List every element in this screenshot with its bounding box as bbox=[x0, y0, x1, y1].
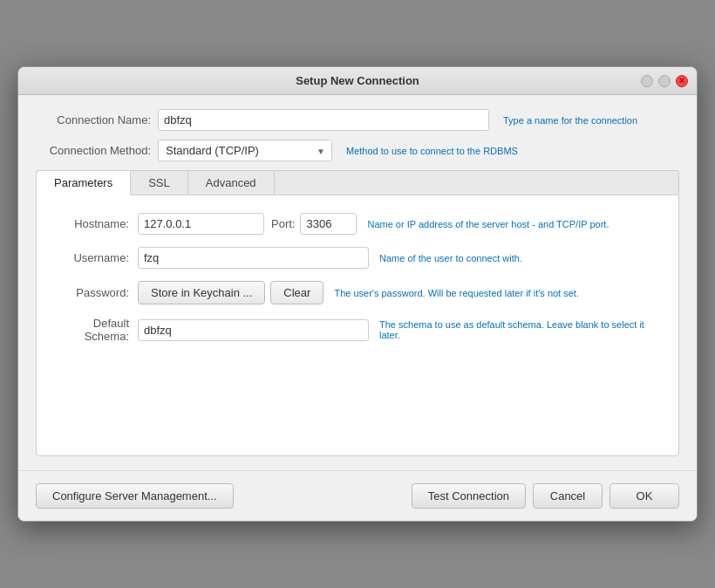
connection-name-label: Connection Name: bbox=[36, 113, 158, 126]
store-keychain-button[interactable]: Store in Keychain ... bbox=[138, 281, 265, 304]
password-label: Password: bbox=[51, 286, 138, 299]
setup-new-connection-dialog: Setup New Connection ✕ Connection Name: … bbox=[17, 66, 698, 522]
default-schema-input[interactable] bbox=[138, 319, 369, 341]
connection-method-select-wrap: Standard (TCP/IP) Local Socket/Pipe Stan… bbox=[158, 140, 332, 161]
dialog-body: Connection Name: Type a name for the con… bbox=[18, 95, 697, 470]
password-hint: The user's password. Will be requested l… bbox=[334, 288, 664, 298]
hostname-row: Hostname: Port: Name or IP address of th… bbox=[51, 213, 664, 235]
port-label: Port: bbox=[271, 217, 295, 230]
username-row: Username: Name of the user to connect wi… bbox=[51, 247, 664, 269]
password-row: Password: Store in Keychain ... Clear Th… bbox=[51, 281, 664, 304]
default-schema-row: Default Schema: The schema to use as def… bbox=[51, 317, 664, 343]
tabs-bar: Parameters SSL Advanced bbox=[36, 170, 679, 195]
username-input[interactable] bbox=[138, 247, 369, 269]
hostname-input[interactable] bbox=[138, 213, 264, 235]
connection-method-row: Connection Method: Standard (TCP/IP) Loc… bbox=[36, 140, 679, 161]
default-schema-label: Default Schema: bbox=[51, 317, 138, 343]
connection-method-hint: Method to use to connect to the RDBMS bbox=[346, 146, 679, 156]
cancel-button[interactable]: Cancel bbox=[533, 483, 603, 509]
tabs-container: Parameters SSL Advanced Hostname: Port: … bbox=[36, 170, 679, 456]
hostname-hint: Name or IP address of the server host - … bbox=[367, 219, 664, 229]
password-buttons: Store in Keychain ... Clear bbox=[138, 281, 323, 304]
close-button[interactable]: ✕ bbox=[676, 75, 688, 87]
tab-parameters[interactable]: Parameters bbox=[37, 171, 131, 195]
connection-name-row: Connection Name: Type a name for the con… bbox=[36, 109, 679, 131]
titlebar: Setup New Connection ✕ bbox=[18, 67, 697, 95]
tab-content-parameters: Hostname: Port: Name or IP address of th… bbox=[36, 195, 679, 456]
hostname-label: Hostname: bbox=[51, 217, 138, 230]
clear-password-button[interactable]: Clear bbox=[270, 281, 323, 304]
maximize-button[interactable] bbox=[658, 75, 671, 87]
username-hint: Name of the user to connect with. bbox=[379, 253, 664, 263]
tab-advanced[interactable]: Advanced bbox=[188, 171, 275, 195]
footer-right: Test Connection Cancel OK bbox=[412, 483, 679, 509]
ok-button[interactable]: OK bbox=[609, 483, 679, 509]
parameters-fields: Hostname: Port: Name or IP address of th… bbox=[51, 213, 664, 343]
connection-name-input[interactable] bbox=[158, 109, 489, 131]
dialog-title: Setup New Connection bbox=[296, 74, 419, 87]
configure-server-button[interactable]: Configure Server Management... bbox=[36, 483, 234, 509]
port-input[interactable] bbox=[300, 213, 357, 235]
default-schema-hint: The schema to use as default schema. Lea… bbox=[379, 319, 664, 340]
test-connection-button[interactable]: Test Connection bbox=[412, 483, 526, 509]
connection-name-hint: Type a name for the connection bbox=[503, 115, 679, 126]
window-controls: ✕ bbox=[641, 75, 688, 87]
minimize-button[interactable] bbox=[641, 75, 653, 87]
username-label: Username: bbox=[51, 251, 138, 264]
footer-left: Configure Server Management... bbox=[36, 483, 234, 509]
tab-ssl[interactable]: SSL bbox=[131, 171, 188, 195]
connection-method-label: Connection Method: bbox=[36, 144, 158, 157]
connection-method-select[interactable]: Standard (TCP/IP) Local Socket/Pipe Stan… bbox=[158, 140, 332, 161]
dialog-footer: Configure Server Management... Test Conn… bbox=[18, 470, 697, 521]
